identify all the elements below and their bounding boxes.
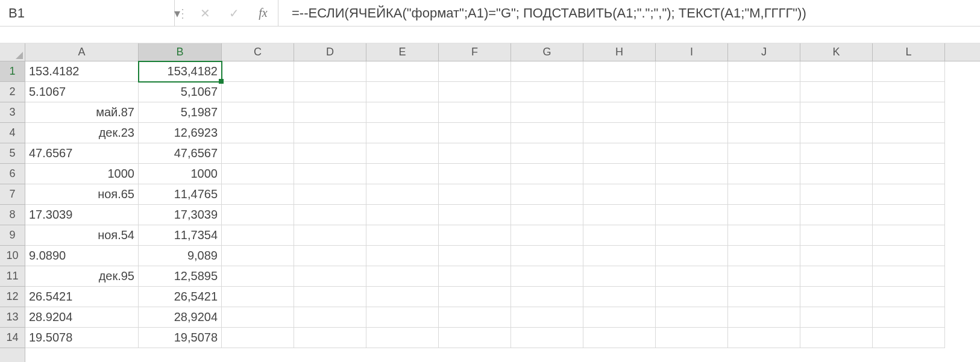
cell[interactable]: 47.6567 <box>25 143 139 164</box>
cell[interactable] <box>656 164 728 184</box>
cell[interactable] <box>294 205 366 225</box>
cell[interactable] <box>873 225 945 246</box>
column-header[interactable]: I <box>656 43 728 61</box>
cell[interactable] <box>873 184 945 205</box>
cell[interactable] <box>439 225 511 246</box>
cell[interactable] <box>800 287 873 307</box>
cell[interactable] <box>511 61 583 82</box>
cell[interactable] <box>222 225 294 246</box>
column-header[interactable]: F <box>439 43 511 61</box>
cell[interactable] <box>222 246 294 266</box>
cell[interactable] <box>583 82 656 102</box>
column-header[interactable]: J <box>728 43 800 61</box>
cell[interactable] <box>366 102 439 123</box>
cell[interactable] <box>800 266 873 287</box>
cell[interactable]: 17,3039 <box>139 205 222 225</box>
cell[interactable] <box>728 123 800 143</box>
cell[interactable]: 47,6567 <box>139 143 222 164</box>
row-header[interactable]: 1 <box>0 61 25 82</box>
cell[interactable] <box>366 246 439 266</box>
cell[interactable] <box>366 184 439 205</box>
cell[interactable] <box>439 184 511 205</box>
cell[interactable] <box>222 143 294 164</box>
enter-formula-icon[interactable]: ✓ <box>219 0 248 26</box>
cell[interactable] <box>800 164 873 184</box>
row-header[interactable]: 12 <box>0 287 25 307</box>
cell[interactable] <box>800 225 873 246</box>
cell[interactable] <box>366 307 439 328</box>
cell[interactable]: 28,9204 <box>139 307 222 328</box>
cell[interactable] <box>511 205 583 225</box>
cell[interactable] <box>294 184 366 205</box>
row-header[interactable]: 10 <box>0 246 25 266</box>
cell[interactable] <box>294 246 366 266</box>
cell[interactable]: 153.4182 <box>25 61 139 82</box>
cell[interactable] <box>656 143 728 164</box>
cell[interactable] <box>366 164 439 184</box>
cell[interactable] <box>728 225 800 246</box>
cell[interactable] <box>511 123 583 143</box>
row-header[interactable]: 5 <box>0 143 25 164</box>
cell[interactable] <box>583 287 656 307</box>
cell[interactable] <box>366 287 439 307</box>
cell[interactable] <box>800 328 873 348</box>
row-header[interactable]: 8 <box>0 205 25 225</box>
cell[interactable] <box>222 266 294 287</box>
cancel-formula-icon[interactable]: ✕ <box>190 0 219 26</box>
cell[interactable] <box>656 328 728 348</box>
cell[interactable] <box>873 143 945 164</box>
cell[interactable] <box>800 123 873 143</box>
cell[interactable] <box>366 205 439 225</box>
cell[interactable]: 11,7354 <box>139 225 222 246</box>
cell[interactable] <box>294 307 366 328</box>
cell[interactable] <box>222 61 294 82</box>
row-header[interactable]: 7 <box>0 184 25 205</box>
cell[interactable] <box>873 287 945 307</box>
cell[interactable] <box>439 82 511 102</box>
cell[interactable] <box>294 61 366 82</box>
cell[interactable] <box>439 246 511 266</box>
row-header[interactable]: 4 <box>0 123 25 143</box>
cell[interactable] <box>583 205 656 225</box>
column-header[interactable]: D <box>294 43 366 61</box>
cell[interactable] <box>366 266 439 287</box>
cell[interactable] <box>800 143 873 164</box>
cell[interactable] <box>873 61 945 82</box>
cell[interactable]: 26,5421 <box>139 287 222 307</box>
cell[interactable] <box>800 184 873 205</box>
cell[interactable]: 19,5078 <box>139 328 222 348</box>
cell[interactable] <box>511 287 583 307</box>
cell[interactable] <box>873 328 945 348</box>
insert-function-button[interactable]: fx <box>248 0 278 26</box>
cell[interactable] <box>439 266 511 287</box>
column-header[interactable]: C <box>222 43 294 61</box>
cell[interactable]: 11,4765 <box>139 184 222 205</box>
cell[interactable] <box>583 61 656 82</box>
cell[interactable]: 12,5895 <box>139 266 222 287</box>
row-header[interactable]: 9 <box>0 225 25 246</box>
cell[interactable] <box>294 143 366 164</box>
cell[interactable] <box>511 307 583 328</box>
cell[interactable] <box>728 266 800 287</box>
formula-input[interactable]: =--ЕСЛИ(ЯЧЕЙКА("формат";A1)="G"; ПОДСТАВ… <box>282 0 980 26</box>
cell[interactable] <box>511 266 583 287</box>
cell[interactable] <box>583 143 656 164</box>
cell[interactable] <box>583 102 656 123</box>
cell[interactable] <box>728 184 800 205</box>
cell[interactable] <box>800 61 873 82</box>
cell[interactable]: дек.23 <box>25 123 139 143</box>
cell[interactable] <box>873 164 945 184</box>
cell[interactable] <box>294 225 366 246</box>
cell[interactable] <box>294 328 366 348</box>
cell[interactable] <box>366 143 439 164</box>
row-header[interactable]: 3 <box>0 102 25 123</box>
cell[interactable] <box>294 266 366 287</box>
cell[interactable]: май.87 <box>25 102 139 123</box>
column-header[interactable]: A <box>25 43 139 61</box>
cell[interactable] <box>511 184 583 205</box>
cell[interactable] <box>583 307 656 328</box>
cell[interactable]: 5,1987 <box>139 102 222 123</box>
cell[interactable] <box>294 164 366 184</box>
row-header[interactable]: 6 <box>0 164 25 184</box>
cell[interactable] <box>511 143 583 164</box>
